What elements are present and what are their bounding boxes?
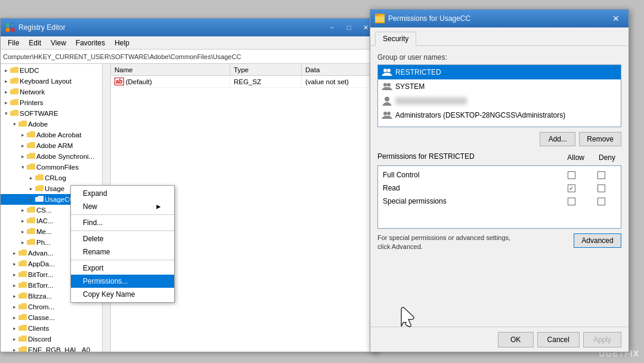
menu-edit[interactable]: Edit xyxy=(24,38,46,48)
tree-item[interactable]: ▸ Clients xyxy=(1,323,110,334)
user-item-admins[interactable]: Administrators (DESKTOP-28NGCSS\Administ… xyxy=(378,108,621,122)
tree-expander: ▸ xyxy=(18,131,27,139)
tree-item-label: BitTorr... xyxy=(28,282,53,289)
user-item-restricted[interactable]: RESTRICTED xyxy=(378,65,621,79)
folder-icon xyxy=(27,239,35,246)
special-deny-checkbox[interactable] xyxy=(597,198,605,205)
folder-icon xyxy=(27,153,35,160)
tree-item[interactable]: ▸ Adobe Acrobat xyxy=(1,130,110,140)
tree-item[interactable]: ▸ Adobe ARM xyxy=(1,140,110,151)
special-allow-checkbox[interactable] xyxy=(568,198,575,205)
apply-button[interactable]: Apply xyxy=(583,332,621,347)
perm-read-allow-cell xyxy=(556,184,586,192)
full-control-allow-checkbox[interactable] xyxy=(568,171,575,179)
dialog-content: Group or user names: RESTRICTED SYSTEM xyxy=(370,46,628,270)
read-deny-checkbox[interactable] xyxy=(597,184,605,192)
folder-icon xyxy=(10,78,18,85)
tree-item-label: Clients xyxy=(28,325,49,332)
perm-special-label: Special permissions xyxy=(383,197,556,205)
tree-item-label: Me... xyxy=(36,228,52,235)
ctx-export[interactable]: Export xyxy=(71,262,174,275)
tab-security[interactable]: Security xyxy=(375,32,416,46)
menu-file[interactable]: File xyxy=(3,38,24,48)
tree-expander: ▸ xyxy=(10,292,18,300)
add-button[interactable]: Add... xyxy=(540,132,575,146)
ctx-new[interactable]: New ► xyxy=(71,200,174,213)
group-icon-admins xyxy=(382,110,392,120)
tree-item[interactable]: ▸ Keyboard Layout xyxy=(1,76,110,87)
tree-expander: ▸ xyxy=(18,152,27,161)
permissions-header-row: Permissions for RESTRICTED Allow Deny xyxy=(377,152,621,163)
ctx-copy-key[interactable]: Copy Key Name xyxy=(71,288,174,301)
menu-view[interactable]: View xyxy=(46,38,71,48)
ctx-permissions[interactable]: Permissions... xyxy=(71,275,174,288)
tree-expander: ▾ xyxy=(18,163,27,171)
folder-icon xyxy=(10,88,18,96)
tree-item[interactable]: ▸ Printers xyxy=(1,97,110,108)
cancel-button[interactable]: Cancel xyxy=(537,332,580,347)
tree-item[interactable]: ▾ CommonFiles xyxy=(1,162,110,173)
advanced-button[interactable]: Advanced xyxy=(574,233,621,248)
perm-read-label: Read xyxy=(383,184,556,192)
col-type: Type xyxy=(230,64,302,75)
folder-icon xyxy=(27,142,35,149)
perm-full-deny-cell xyxy=(586,171,616,179)
permissions-dialog: Permissions for UsageCC ✕ Security Group… xyxy=(370,9,629,352)
dialog-close-button[interactable]: ✕ xyxy=(608,13,624,24)
read-allow-checkbox[interactable] xyxy=(568,184,575,192)
tree-item[interactable]: ▸ EUDC xyxy=(1,65,110,76)
menu-favorites[interactable]: Favorites xyxy=(71,38,110,48)
user-item-system[interactable]: SYSTEM xyxy=(378,79,621,94)
group-label: Group or user names: xyxy=(377,53,621,61)
tree-expander: ▸ xyxy=(10,270,18,279)
tree-item[interactable]: ▸ Chrom... xyxy=(1,302,110,312)
svg-rect-3 xyxy=(11,28,14,32)
folder-icon xyxy=(10,110,18,117)
tree-item[interactable]: ▸ Network xyxy=(1,87,110,97)
tree-item[interactable]: ▾ Adobe xyxy=(1,119,110,130)
table-row[interactable]: ab (Default) REG_SZ (value not set) xyxy=(111,76,378,88)
ctx-find[interactable]: Find... xyxy=(71,216,174,229)
folder-icon xyxy=(27,217,35,224)
perm-full-allow-cell xyxy=(556,171,586,179)
add-remove-buttons: Add... Remove xyxy=(377,132,621,146)
ctx-delete[interactable]: Delete xyxy=(71,232,174,245)
svg-point-10 xyxy=(387,112,391,115)
tree-item-label: Adobe Acrobat xyxy=(36,131,81,139)
folder-icon xyxy=(18,346,27,352)
folder-icon xyxy=(18,260,27,267)
folder-icon xyxy=(27,131,35,139)
special-note: For special permissions or advanced sett… xyxy=(377,233,510,252)
ctx-expand[interactable]: Expand xyxy=(71,187,174,200)
folder-icon xyxy=(27,207,35,214)
tree-item[interactable]: ▸ Classe... xyxy=(1,312,110,323)
menu-help[interactable]: Help xyxy=(110,38,134,48)
svg-rect-2 xyxy=(6,28,10,32)
full-control-deny-checkbox[interactable] xyxy=(597,171,605,179)
tree-item[interactable]: ▸ CRLog xyxy=(1,173,110,183)
tree-expander: ▸ xyxy=(10,249,18,257)
tree-item[interactable]: ▸ ENE_RGB_HAL_A0 xyxy=(1,344,110,352)
tree-expander: ▾ xyxy=(10,120,18,128)
remove-button[interactable]: Remove xyxy=(579,132,621,146)
ctx-rename[interactable]: Rename xyxy=(71,245,174,259)
tree-item-label: AppDa... xyxy=(28,260,55,267)
svg-point-7 xyxy=(387,83,391,87)
ok-button[interactable]: OK xyxy=(498,332,534,347)
user-item-blurred[interactable] xyxy=(378,94,621,108)
tree-item-label: Classe... xyxy=(28,314,55,321)
tree-item-label: BitTorr... xyxy=(28,271,53,278)
tree-item[interactable]: ▸ Adobe Synchroni... xyxy=(1,151,110,162)
tree-item[interactable]: ▾ SOFTWARE xyxy=(1,108,110,119)
svg-point-4 xyxy=(383,69,387,72)
tree-expander: ▸ xyxy=(27,184,35,193)
tree-item[interactable]: ▸ Discord xyxy=(1,334,110,344)
user-icon-blurred xyxy=(382,96,392,106)
registry-body: ▸ EUDC ▸ Keyboard Layout ▸ Network ▸ xyxy=(1,64,378,352)
folder-icon xyxy=(10,67,18,74)
tree-item-label: Ph... xyxy=(36,239,51,246)
folder-icon xyxy=(18,271,27,278)
user-restricted-name: RESTRICTED xyxy=(395,68,441,76)
minimize-button[interactable]: − xyxy=(324,21,340,33)
maximize-button[interactable]: □ xyxy=(341,21,357,33)
